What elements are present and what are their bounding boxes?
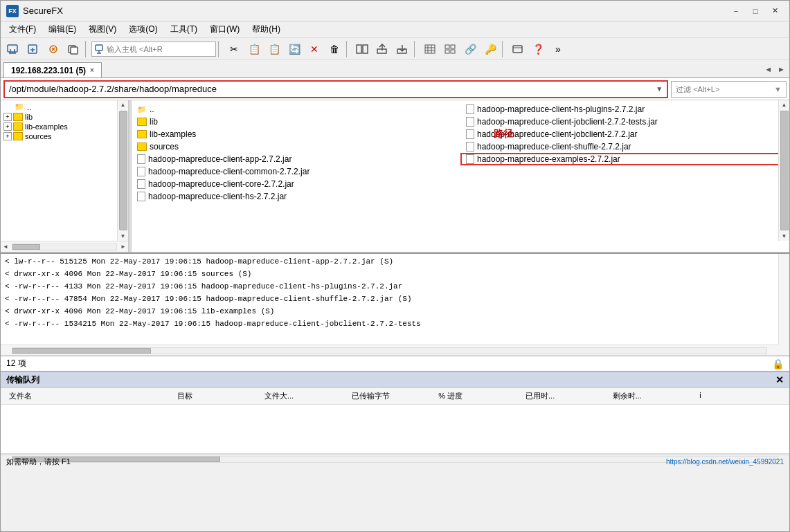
tab-right-arrow[interactable]: ►: [776, 65, 787, 73]
toolbar-copy[interactable]: 📋: [244, 40, 264, 58]
toolbar-more[interactable]: »: [548, 40, 568, 58]
menu-options[interactable]: 选项(O): [123, 22, 163, 37]
transfer-close-button[interactable]: ✕: [775, 374, 784, 385]
tree-horizontal-scrollbar[interactable]: ◄ ►: [1, 241, 128, 252]
file-item-sources[interactable]: sources: [132, 140, 460, 153]
toolbar-separator-5: [502, 41, 506, 57]
tree-expand-lib-examples[interactable]: +: [3, 122, 12, 131]
toolbar-cancel[interactable]: ✕: [305, 40, 324, 58]
file-item-core-jar[interactable]: hadoop-mapreduce-client-core-2.7.2.jar: [132, 178, 460, 190]
filter-input[interactable]: [676, 85, 771, 93]
maximize-button[interactable]: □: [746, 4, 764, 18]
tree-folder-icon-sources: [13, 132, 23, 140]
file-item-shuffle[interactable]: hadoop-mapreduce-client-shuffle-2.7.2.ja…: [460, 140, 789, 153]
tree-scroll-down[interactable]: ▼: [119, 232, 127, 241]
tree-expand-lib[interactable]: +: [3, 113, 12, 121]
app-icon: FX: [6, 5, 19, 17]
file-vertical-scrollbar[interactable]: ▲ ▼: [778, 100, 789, 241]
toolbar-btn-connect[interactable]: [3, 40, 23, 58]
tab-close-button[interactable]: ×: [90, 66, 94, 74]
tree-h-scroll-thumb[interactable]: [12, 244, 40, 250]
session-tab[interactable]: 192.168.223.101 (5) ×: [3, 62, 102, 77]
tab-left-arrow[interactable]: ◄: [763, 65, 773, 73]
toolbar-pane-toggle[interactable]: [352, 40, 372, 58]
file-scroll-up[interactable]: ▲: [780, 100, 789, 109]
terminal-h-scroll-track[interactable]: [12, 347, 767, 354]
terminal-line-3: < -rw-r--r-- 47854 Mon 22-May-2017 19:06…: [5, 293, 785, 305]
path-dropdown-arrow[interactable]: ▼: [656, 85, 663, 93]
transfer-scroll-track[interactable]: [12, 456, 778, 463]
toolbar-btn-3[interactable]: [44, 40, 63, 58]
menu-help[interactable]: 帮助(H): [246, 22, 286, 37]
tree-item-label-lib-examples: lib-examples: [25, 122, 68, 131]
file-panel: 📁 .. lib lib-examples sources had: [132, 100, 789, 252]
menu-tools[interactable]: 工具(T): [165, 22, 203, 37]
file-scroll-thumb[interactable]: [780, 111, 789, 230]
transfer-header: 传输队列 ✕: [1, 372, 789, 388]
app-title: SecureFX: [23, 6, 727, 16]
file-item-app-jar[interactable]: hadoop-mapreduce-client-app-2.7.2.jar: [132, 153, 460, 165]
terminal-h-scroll-thumb[interactable]: [12, 348, 151, 354]
host-input[interactable]: [107, 45, 204, 53]
tree-item-parent[interactable]: 📁 ..: [1, 102, 117, 112]
toolbar-refresh[interactable]: 🔄: [285, 40, 304, 58]
toolbar-help[interactable]: ❓: [528, 40, 548, 58]
toolbar-btn-2[interactable]: [24, 40, 43, 58]
tree-h-scroll-track[interactable]: [12, 244, 117, 250]
terminal-horizontal-scrollbar[interactable]: [1, 345, 778, 356]
file-icon-app-jar: [137, 154, 145, 164]
path-input[interactable]: [9, 84, 656, 94]
menu-view[interactable]: 视图(V): [83, 22, 122, 37]
th-remaining: 剩余时...: [610, 389, 697, 403]
toolbar-sync[interactable]: 🔗: [460, 40, 480, 58]
toolbar-grid-small[interactable]: [420, 40, 440, 58]
filter-dropdown[interactable]: ▼: [774, 85, 782, 93]
tree-scroll-left[interactable]: ◄: [1, 244, 10, 250]
file-item-lib[interactable]: lib: [132, 116, 460, 128]
th-filesize: 文件大...: [262, 389, 349, 403]
tree-scroll-up[interactable]: ▲: [119, 100, 127, 109]
file-item-hs-jar[interactable]: hadoop-mapreduce-client-hs-2.7.2.jar: [132, 190, 460, 203]
file-item-common-jar[interactable]: hadoop-mapreduce-client-common-2.7.2.jar: [132, 165, 460, 178]
tree-item-lib-examples[interactable]: + lib-examples: [1, 122, 117, 131]
path-input-wrap[interactable]: ▼: [3, 80, 668, 98]
file-item-parent[interactable]: 📁 ..: [132, 103, 460, 116]
terminal-line-1: < drwxr-xr-x 4096 Mon 22-May-2017 19:06:…: [5, 268, 785, 280]
host-input-wrap[interactable]: [91, 42, 216, 57]
file-icon-common-jar: [137, 167, 145, 176]
toolbar-grid-large[interactable]: [440, 40, 460, 58]
toolbar-upload[interactable]: [372, 40, 392, 58]
toolbar-delete[interactable]: 🗑: [325, 40, 344, 58]
file-name-examples: hadoop-mapreduce-examples-2.7.2.jar: [477, 154, 620, 164]
toolbar-separator-3: [346, 41, 350, 57]
file-item-jobclient-tests[interactable]: hadoop-mapreduce-client-jobclient-2.7.2-…: [460, 116, 789, 128]
toolbar-cut[interactable]: ✂: [224, 40, 244, 58]
file-item-examples[interactable]: hadoop-mapreduce-examples-2.7.2.jar: [460, 153, 789, 165]
file-scroll-down[interactable]: ▼: [780, 232, 789, 241]
tree-item-sources[interactable]: + sources: [1, 131, 117, 141]
tree-scroll-thumb[interactable]: [119, 111, 127, 230]
close-button[interactable]: ✕: [766, 4, 784, 18]
toolbar-paste[interactable]: 📋: [264, 40, 284, 58]
menu-edit[interactable]: 编辑(E): [43, 22, 82, 37]
tree-scroll-right[interactable]: ►: [118, 244, 128, 250]
terminal-vertical-scrollbar[interactable]: [778, 254, 789, 345]
toolbar-download[interactable]: [393, 40, 412, 58]
toolbar-btn-4[interactable]: [64, 40, 83, 58]
filter-wrap[interactable]: ▼: [671, 81, 787, 98]
tree-expand-sources[interactable]: +: [3, 132, 12, 140]
minimize-button[interactable]: −: [727, 4, 745, 18]
menu-file[interactable]: 文件(F): [3, 22, 42, 37]
svg-rect-16: [363, 45, 368, 53]
file-item-lib-examples[interactable]: lib-examples: [132, 128, 460, 140]
tree-item-lib[interactable]: + lib: [1, 112, 117, 122]
th-progress: % 进度: [436, 389, 523, 403]
svg-rect-15: [357, 45, 361, 53]
svg-rect-24: [445, 45, 449, 48]
svg-rect-12: [96, 45, 102, 51]
menu-window[interactable]: 窗口(W): [204, 22, 245, 37]
toolbar-key[interactable]: 🔑: [481, 40, 500, 58]
toolbar-screenshot[interactable]: [508, 40, 528, 58]
file-item-hs-plugins[interactable]: hadoop-mapreduce-client-hs-plugins-2.7.2…: [460, 103, 789, 116]
tree-vertical-scrollbar[interactable]: ▲ ▼: [117, 100, 128, 241]
